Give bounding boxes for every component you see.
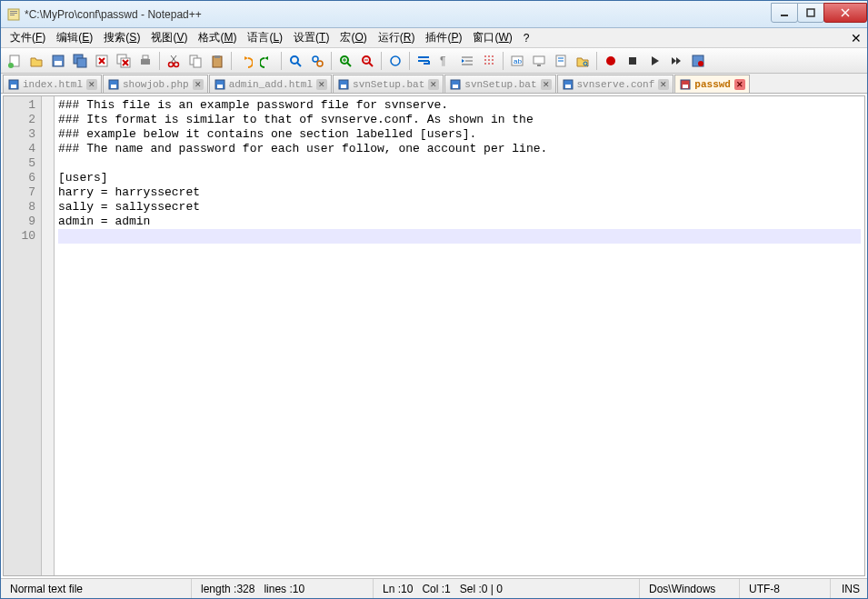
tab-close-icon[interactable]: ✕ <box>193 79 204 90</box>
line-number-gutter[interactable]: 12345678910 <box>4 96 42 575</box>
sync-button[interactable] <box>385 51 405 71</box>
indent-button[interactable] <box>457 51 477 71</box>
wrap-button[interactable] <box>414 51 434 71</box>
menu-L[interactable]: 语言(L) <box>242 28 288 47</box>
menu-?[interactable]: ? <box>518 30 535 46</box>
close-all-button[interactable] <box>114 51 134 71</box>
open-icon <box>29 54 44 68</box>
status-length: length : 328 lines : 10 <box>192 579 374 598</box>
lang-button[interactable]: ab <box>507 51 527 71</box>
macro-save-button[interactable] <box>688 51 708 71</box>
menu-O[interactable]: 宏(O) <box>334 28 372 47</box>
mdi-close-icon[interactable]: ✕ <box>849 31 863 45</box>
tab-close-icon[interactable]: ✕ <box>658 79 669 90</box>
doc-button[interactable] <box>551 51 571 71</box>
minimize-button[interactable] <box>771 3 798 23</box>
close-button[interactable] <box>823 3 867 23</box>
replace-button[interactable] <box>307 51 327 71</box>
line-number[interactable]: 8 <box>4 200 35 215</box>
macro-rec-button[interactable] <box>601 51 621 71</box>
macro-save-icon <box>691 54 705 68</box>
zoom-in-button[interactable] <box>335 51 355 71</box>
svg-rect-69 <box>217 85 223 88</box>
invisible-button[interactable]: ¶ <box>435 51 455 71</box>
menu-E[interactable]: 编辑(E) <box>51 28 98 47</box>
tab-close-icon[interactable]: ✕ <box>541 79 552 90</box>
copy-button[interactable] <box>185 51 205 71</box>
invisible-icon: ¶ <box>438 54 453 68</box>
zoom-out-button[interactable] <box>357 51 377 71</box>
redo-button[interactable] <box>257 51 277 71</box>
code-line[interactable]: [users] <box>58 171 861 185</box>
tab-svnserve.conf[interactable]: svnserve.conf✕ <box>557 75 674 93</box>
line-number[interactable]: 5 <box>4 156 35 171</box>
line-number[interactable]: 7 <box>4 185 35 200</box>
text-editor[interactable]: ### This file is an example password fil… <box>55 96 864 575</box>
macro-stop-button[interactable] <box>623 51 643 71</box>
titlebar[interactable]: *C:\MyPro\conf\passwd - Notepad++ <box>1 1 867 28</box>
wrap-icon <box>416 54 431 68</box>
code-line[interactable]: ### Its format is similar to that of svn… <box>58 113 861 127</box>
code-line[interactable]: ### This file is an example password fil… <box>58 98 861 113</box>
maximize-button[interactable] <box>797 3 824 23</box>
tab-index.html[interactable]: index.html✕ <box>3 75 102 93</box>
save-all-button[interactable] <box>70 51 90 71</box>
line-number[interactable]: 3 <box>4 127 35 142</box>
new-button[interactable] <box>5 51 25 71</box>
code-line[interactable]: ### The name and password for each user … <box>58 142 861 156</box>
status-encoding: UTF-8 <box>740 579 831 598</box>
line-number[interactable]: 10 <box>4 229 35 244</box>
open-button[interactable] <box>26 51 46 71</box>
folder-button[interactable] <box>573 51 593 71</box>
paste-button[interactable] <box>207 51 227 71</box>
line-number[interactable]: 1 <box>4 98 35 113</box>
save-button[interactable] <box>48 51 68 71</box>
tab-close-icon[interactable]: ✕ <box>428 79 439 90</box>
tab-close-icon[interactable]: ✕ <box>86 79 97 90</box>
print-button[interactable] <box>135 51 155 71</box>
tab-svnSetup.bat[interactable]: svnSetup.bat✕ <box>333 75 444 93</box>
ln-value: 10 <box>401 583 413 595</box>
code-line[interactable] <box>58 229 861 244</box>
tab-showjob.php[interactable]: showjob.php✕ <box>103 75 208 93</box>
menu-M[interactable]: 格式(M) <box>193 28 242 47</box>
menu-S[interactable]: 搜索(S) <box>98 28 145 47</box>
tab-close-icon[interactable]: ✕ <box>734 79 745 90</box>
macro-fast-button[interactable] <box>666 51 686 71</box>
file-icon <box>214 78 226 91</box>
length-label: length : <box>201 583 236 595</box>
line-number[interactable]: 6 <box>4 171 35 185</box>
menu-W[interactable]: 窗口(W) <box>467 28 517 47</box>
menu-F[interactable]: 文件(F) <box>5 28 51 47</box>
menu-V[interactable]: 视图(V) <box>145 28 193 47</box>
line-number[interactable]: 4 <box>4 142 35 156</box>
svg-rect-21 <box>141 59 150 65</box>
code-line[interactable]: admin = admin <box>58 215 861 229</box>
monitor-button[interactable] <box>529 51 549 71</box>
close-button[interactable] <box>92 51 112 71</box>
tab-admin_add.html[interactable]: admin_add.html✕ <box>209 75 332 93</box>
menu-P[interactable]: 插件(P) <box>420 28 467 47</box>
find-button[interactable] <box>285 51 305 71</box>
menu-R[interactable]: 运行(R) <box>373 28 421 47</box>
tab-close-icon[interactable]: ✕ <box>316 79 327 90</box>
guide-button[interactable] <box>479 51 499 71</box>
lang-icon: ab <box>510 54 524 68</box>
save-icon <box>51 54 65 68</box>
fold-column[interactable] <box>42 96 55 575</box>
line-number[interactable]: 2 <box>4 113 35 127</box>
menu-T[interactable]: 设置(T) <box>288 28 334 47</box>
macro-play-button[interactable] <box>644 51 664 71</box>
undo-button[interactable] <box>235 51 255 71</box>
code-line[interactable]: ### example below it contains one sectio… <box>58 127 861 142</box>
code-line[interactable]: sally = sallyssecret <box>58 200 861 215</box>
toolbar-separator <box>331 52 332 70</box>
line-number[interactable]: 9 <box>4 215 35 229</box>
doc-icon <box>554 54 568 68</box>
code-line[interactable]: harry = harryssecret <box>58 185 861 200</box>
tab-svnSetup.bat[interactable]: svnSetup.bat✕ <box>444 75 555 93</box>
code-line[interactable] <box>58 156 861 171</box>
cut-button[interactable] <box>164 51 184 71</box>
sel-value: 0 | 0 <box>482 583 503 595</box>
tab-passwd[interactable]: passwd✕ <box>674 75 750 93</box>
